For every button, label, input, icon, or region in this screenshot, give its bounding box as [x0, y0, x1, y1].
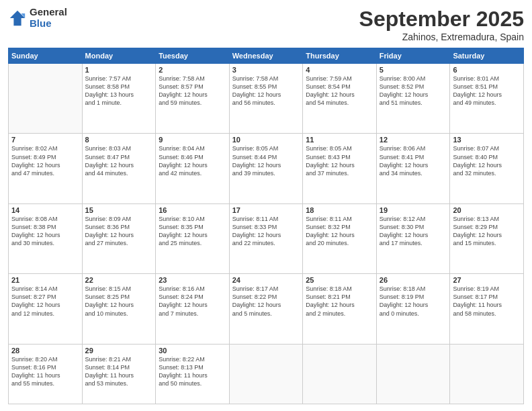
cell-info: Sunset: 8:36 PM [85, 223, 153, 231]
cell-info: Sunset: 8:29 PM [453, 223, 521, 231]
table-row: 21Sunrise: 8:14 AMSunset: 8:27 PMDayligh… [9, 274, 83, 344]
cell-info: Sunset: 8:55 PM [232, 83, 300, 91]
cell-info: and 27 minutes. [85, 239, 153, 247]
cell-info: and 42 minutes. [159, 169, 226, 177]
cell-info: Daylight: 12 hours [380, 301, 447, 309]
cell-info: and 55 minutes. [11, 379, 79, 387]
cell-info: Sunset: 8:49 PM [11, 153, 79, 161]
day-number: 28 [11, 347, 79, 355]
cell-info: Sunrise: 7:58 AM [232, 75, 300, 83]
cell-info: Sunrise: 8:09 AM [85, 215, 153, 223]
table-row: 23Sunrise: 8:16 AMSunset: 8:24 PMDayligh… [156, 274, 230, 344]
table-row [303, 344, 377, 404]
day-number: 4 [306, 66, 373, 74]
cell-info: Sunrise: 8:06 AM [380, 144, 447, 152]
table-row: 19Sunrise: 8:12 AMSunset: 8:30 PMDayligh… [376, 203, 450, 273]
cell-info: and 20 minutes. [306, 239, 373, 247]
cell-info: Sunrise: 8:17 AM [232, 285, 300, 293]
cell-info: Sunrise: 8:11 AM [306, 215, 373, 223]
day-number: 25 [306, 276, 373, 284]
logo-icon [8, 9, 27, 28]
cell-info: Sunrise: 8:21 AM [85, 355, 153, 363]
cell-info: Daylight: 12 hours [11, 301, 79, 309]
cell-info: Daylight: 11 hours [85, 371, 153, 379]
cell-info: Daylight: 12 hours [380, 161, 447, 169]
cell-info: and 12 minutes. [11, 310, 79, 318]
day-number: 6 [453, 66, 521, 74]
table-row [450, 344, 524, 404]
col-thursday: Thursday [303, 48, 377, 64]
cell-info: Daylight: 12 hours [232, 161, 300, 169]
table-row: 10Sunrise: 8:05 AMSunset: 8:44 PMDayligh… [229, 134, 303, 203]
cell-info: Sunset: 8:52 PM [380, 83, 447, 91]
cell-info: Sunset: 8:14 PM [85, 363, 153, 371]
table-row: 14Sunrise: 8:08 AMSunset: 8:38 PMDayligh… [9, 203, 83, 273]
table-row [376, 344, 450, 404]
cell-info: Sunset: 8:21 PM [306, 293, 373, 301]
logo-text: General Blue [30, 7, 67, 29]
cell-info: Sunset: 8:54 PM [306, 83, 373, 91]
day-number: 24 [232, 276, 300, 284]
cell-info: Daylight: 12 hours [306, 231, 373, 239]
col-wednesday: Wednesday [229, 48, 303, 64]
cell-info: Sunrise: 8:20 AM [11, 355, 79, 363]
cell-info: Sunrise: 8:04 AM [159, 144, 226, 152]
cell-info: and 17 minutes. [380, 239, 447, 247]
day-number: 11 [306, 136, 373, 144]
table-row: 27Sunrise: 8:19 AMSunset: 8:17 PMDayligh… [450, 274, 524, 344]
table-row: 18Sunrise: 8:11 AMSunset: 8:32 PMDayligh… [303, 203, 377, 273]
day-number: 22 [85, 276, 153, 284]
cell-info: and 53 minutes. [85, 379, 153, 387]
cell-info: Sunrise: 8:18 AM [306, 285, 373, 293]
cell-info: Sunset: 8:57 PM [159, 83, 226, 91]
cell-info: Sunrise: 8:05 AM [306, 144, 373, 152]
table-row [9, 64, 83, 134]
day-number: 18 [306, 206, 373, 214]
cell-info: Sunrise: 8:16 AM [159, 285, 226, 293]
table-row: 20Sunrise: 8:13 AMSunset: 8:29 PMDayligh… [450, 203, 524, 273]
cell-info: and 39 minutes. [232, 169, 300, 177]
cell-info: and 54 minutes. [306, 99, 373, 107]
title-block: September 2025 Zahinos, Extremadura, Spa… [359, 7, 524, 42]
table-row: 13Sunrise: 8:07 AMSunset: 8:40 PMDayligh… [450, 134, 524, 203]
cell-info: Sunrise: 8:01 AM [453, 75, 521, 83]
cell-info: and 1 minute. [85, 99, 153, 107]
cell-info: Daylight: 12 hours [306, 91, 373, 99]
day-number: 20 [453, 206, 521, 214]
cell-info: Sunrise: 8:18 AM [380, 285, 447, 293]
cell-info: Daylight: 12 hours [306, 161, 373, 169]
table-row: 22Sunrise: 8:15 AMSunset: 8:25 PMDayligh… [82, 274, 156, 344]
page: General Blue September 2025 Zahinos, Ext… [0, 0, 532, 411]
day-number: 10 [232, 136, 300, 144]
table-row: 2Sunrise: 7:58 AMSunset: 8:57 PMDaylight… [156, 64, 230, 134]
cell-info: and 15 minutes. [453, 239, 521, 247]
cell-info: and 25 minutes. [159, 239, 226, 247]
col-sunday: Sunday [9, 48, 83, 64]
cell-info: Sunrise: 8:22 AM [159, 355, 226, 363]
day-number: 7 [11, 136, 79, 144]
cell-info: and 34 minutes. [380, 169, 447, 177]
day-number: 19 [380, 206, 447, 214]
day-number: 26 [380, 276, 447, 284]
cell-info: Sunrise: 7:57 AM [85, 75, 153, 83]
table-row: 26Sunrise: 8:18 AMSunset: 8:19 PMDayligh… [376, 274, 450, 344]
cell-info: and 58 minutes. [453, 310, 521, 318]
cell-info: Sunset: 8:27 PM [11, 293, 79, 301]
table-row: 24Sunrise: 8:17 AMSunset: 8:22 PMDayligh… [229, 274, 303, 344]
table-row: 25Sunrise: 8:18 AMSunset: 8:21 PMDayligh… [303, 274, 377, 344]
cell-info: Daylight: 12 hours [453, 161, 521, 169]
cell-info: and 10 minutes. [85, 310, 153, 318]
cell-info: Daylight: 12 hours [159, 91, 226, 99]
cell-info: Daylight: 11 hours [11, 371, 79, 379]
cell-info: Daylight: 12 hours [159, 161, 226, 169]
table-row: 16Sunrise: 8:10 AMSunset: 8:35 PMDayligh… [156, 203, 230, 273]
table-row: 30Sunrise: 8:22 AMSunset: 8:13 PMDayligh… [156, 344, 230, 404]
cell-info: Daylight: 12 hours [11, 231, 79, 239]
table-row: 1Sunrise: 7:57 AMSunset: 8:58 PMDaylight… [82, 64, 156, 134]
cell-info: Daylight: 11 hours [453, 301, 521, 309]
cell-info: Sunset: 8:24 PM [159, 293, 226, 301]
cell-info: Daylight: 12 hours [159, 301, 226, 309]
day-number: 16 [159, 206, 226, 214]
table-row: 29Sunrise: 8:21 AMSunset: 8:14 PMDayligh… [82, 344, 156, 404]
cell-info: Daylight: 12 hours [85, 231, 153, 239]
